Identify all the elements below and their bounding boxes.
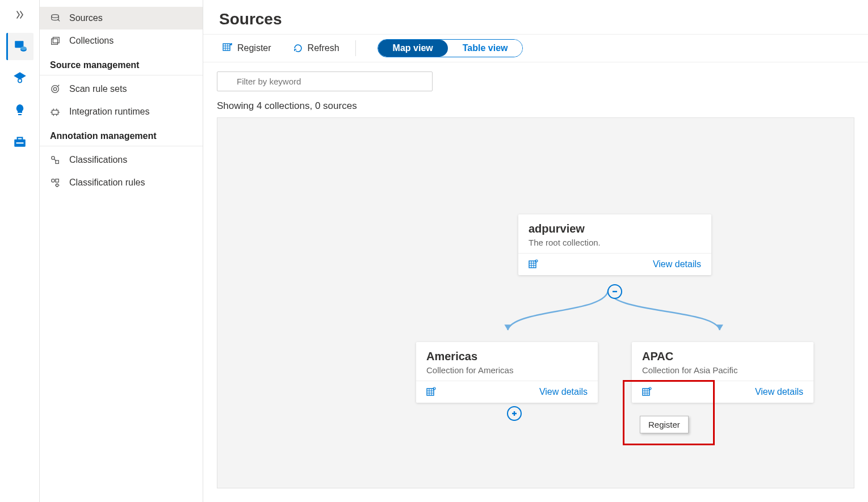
toolbar: Register Refresh Map view Table view	[203, 34, 868, 62]
refresh-label: Refresh	[308, 43, 339, 53]
card-register-icon[interactable]	[529, 259, 539, 269]
svg-marker-22	[716, 324, 723, 330]
svg-marker-3	[14, 72, 26, 79]
svg-marker-21	[504, 324, 511, 330]
sidebar-item-label: Sources	[69, 13, 103, 23]
svg-rect-18	[56, 179, 58, 182]
highlight-annotation	[623, 380, 715, 445]
svg-point-24	[535, 260, 538, 262]
sidebar-item-scan-rule-sets[interactable]: Scan rule sets	[40, 78, 203, 100]
svg-rect-8	[16, 142, 23, 144]
svg-point-4	[18, 79, 22, 83]
svg-point-19	[56, 184, 58, 187]
filter-input[interactable]	[217, 71, 433, 91]
collection-card-americas: Americas Collection for Americas View de…	[416, 342, 598, 403]
svg-rect-11	[53, 37, 59, 43]
svg-point-17	[52, 179, 54, 182]
nav-governance-icon[interactable]	[6, 65, 33, 92]
card-title: Americas	[426, 350, 588, 363]
nav-data-map-icon[interactable]	[6, 33, 33, 60]
main-content: Sources Register Refresh Map view Table …	[203, 0, 868, 502]
sources-icon	[50, 12, 61, 24]
sidebar-item-label: Collections	[69, 36, 114, 46]
target-icon	[50, 83, 61, 95]
page-title: Sources	[203, 0, 868, 34]
nav-toolbox-icon[interactable]	[6, 128, 33, 155]
svg-point-27	[433, 387, 435, 390]
map-canvas[interactable]: adpurview The root collection. View deta…	[217, 117, 854, 488]
register-tooltip: Register	[640, 416, 689, 433]
sidebar-item-label: Integration runtimes	[69, 107, 149, 117]
register-button[interactable]: Register	[217, 40, 277, 57]
svg-rect-23	[529, 261, 536, 268]
svg-point-12	[52, 86, 59, 93]
card-subtitle: Collection for Asia Pacific	[642, 365, 803, 375]
expand-node-icon[interactable]	[507, 406, 522, 421]
table-view-tab[interactable]: Table view	[448, 40, 523, 57]
sidebar-item-label: Classification rules	[69, 178, 145, 188]
svg-rect-10	[52, 39, 58, 44]
map-view-tab[interactable]: Map view	[378, 40, 448, 57]
svg-point-9	[52, 15, 59, 18]
view-details-link[interactable]: View details	[653, 259, 701, 269]
sidebar-item-classifications[interactable]: Classifications	[40, 149, 203, 171]
sidebar-item-integration-runtimes[interactable]: Integration runtimes	[40, 100, 203, 123]
svg-point-13	[53, 87, 56, 90]
card-subtitle: The root collection.	[529, 238, 701, 247]
sidebar-section-header: Annotation management	[40, 123, 203, 146]
toolbar-divider	[355, 40, 356, 56]
icon-rail	[0, 0, 40, 502]
classification-rules-icon	[50, 177, 61, 188]
register-label: Register	[237, 43, 271, 53]
svg-rect-7	[17, 137, 22, 140]
sidebar-item-label: Scan rule sets	[69, 84, 127, 94]
view-details-link[interactable]: View details	[755, 387, 803, 397]
sidebar-item-collections[interactable]: Collections	[40, 29, 203, 52]
refresh-button[interactable]: Refresh	[287, 40, 345, 57]
collection-card-root: adpurview The root collection. View deta…	[518, 214, 711, 275]
view-details-link[interactable]: View details	[539, 387, 588, 397]
svg-rect-20	[223, 44, 230, 50]
card-title: adpurview	[529, 222, 701, 235]
sidebar-item-label: Classifications	[69, 155, 127, 165]
connector-lines	[217, 118, 854, 488]
sidebar: Sources Collections Source management Sc…	[40, 0, 203, 502]
sidebar-item-sources[interactable]: Sources	[40, 7, 203, 29]
results-summary: Showing 4 collections, 0 sources	[203, 95, 868, 117]
sidebar-item-classification-rules[interactable]: Classification rules	[40, 171, 203, 194]
svg-rect-14	[52, 110, 58, 114]
collections-icon	[50, 35, 61, 47]
card-register-icon[interactable]	[426, 387, 437, 397]
runtime-icon	[50, 106, 61, 117]
collapse-node-icon[interactable]	[607, 284, 622, 299]
view-toggle: Map view Table view	[378, 39, 523, 57]
sidebar-section-header: Source management	[40, 52, 203, 75]
register-icon	[223, 43, 233, 53]
rail-expand-icon[interactable]	[11, 6, 29, 24]
refresh-icon	[293, 43, 303, 53]
card-subtitle: Collection for Americas	[426, 365, 588, 375]
svg-rect-5	[18, 114, 22, 115]
filter-row	[203, 62, 868, 95]
classifications-icon	[50, 154, 61, 166]
card-title: APAC	[642, 350, 803, 363]
nav-lightbulb-icon[interactable]	[6, 96, 33, 124]
svg-point-2	[20, 47, 27, 50]
svg-rect-26	[427, 389, 434, 395]
